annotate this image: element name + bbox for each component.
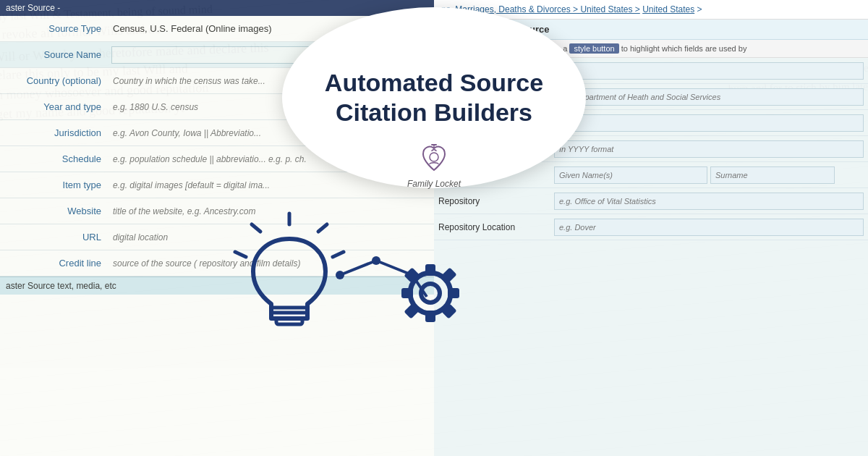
creating-agency-input[interactable] <box>554 88 864 106</box>
source-name-label: Source Name <box>0 46 109 63</box>
year-label: Year and type <box>0 98 109 115</box>
svg-rect-19 <box>401 288 413 298</box>
svg-line-7 <box>235 252 246 257</box>
svg-line-6 <box>318 224 327 232</box>
svg-point-0 <box>430 153 438 161</box>
given-name-input[interactable] <box>554 166 707 184</box>
surname-input[interactable] <box>710 166 835 184</box>
svg-rect-17 <box>425 264 435 276</box>
family-locket-icon <box>416 141 452 177</box>
style-button-badge: style button <box>569 43 618 54</box>
cert-date-input[interactable] <box>554 140 864 158</box>
form-footer-text: aster Source text, media, etc <box>6 281 116 291</box>
schedule-label: Schedule <box>0 151 109 167</box>
svg-point-10 <box>336 271 344 279</box>
svg-line-8 <box>333 252 344 257</box>
shift-text-3: to highlight which fields are used by <box>621 44 747 53</box>
item-type-label: Item type <box>0 177 109 193</box>
breadcrumb-country: United States <box>642 4 694 14</box>
repository-input[interactable] <box>554 193 864 210</box>
lightbulb-icon <box>235 214 344 324</box>
website-label: Website <box>0 203 109 219</box>
svg-line-9 <box>340 261 376 275</box>
form-panel-header: aster Source - <box>0 0 434 16</box>
decorative-icons <box>217 195 492 398</box>
svg-rect-18 <box>425 311 435 322</box>
cert-number-input[interactable] <box>554 114 864 132</box>
svg-point-15 <box>410 273 451 313</box>
url-label: URL <box>0 229 109 245</box>
svg-rect-3 <box>276 318 302 324</box>
logo-area: Family Locket <box>407 141 461 189</box>
jurisdiction-label: Jurisdiction <box>0 124 109 141</box>
country-label: Country (optional) <box>0 72 109 89</box>
gear-icon <box>401 264 459 322</box>
source-type-value: Census, U.S. Federal (Online images) <box>109 20 276 37</box>
panel-header-text: aster Source - <box>6 3 60 13</box>
credit-line-label: Credit line <box>0 255 109 271</box>
main-title: Automated Source Citation Builders <box>282 68 586 127</box>
source-type-label: Source Type <box>0 20 109 37</box>
repo-location-input[interactable] <box>554 219 864 236</box>
svg-line-5 <box>252 224 260 232</box>
icons-overlay <box>217 195 506 413</box>
logo-label: Family Locket <box>407 179 461 189</box>
svg-rect-20 <box>448 288 459 298</box>
state-input[interactable] <box>554 62 864 80</box>
